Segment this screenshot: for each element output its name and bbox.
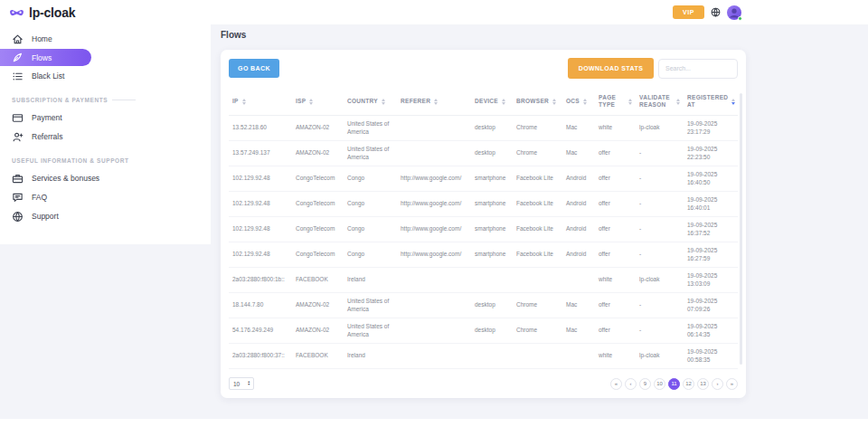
language-globe-icon[interactable] [711, 7, 721, 17]
sidebar-item-black-list[interactable]: Black List [0, 67, 211, 85]
column-header-device[interactable]: DEVICE [471, 90, 513, 116]
go-back-button[interactable]: GO BACK [229, 59, 279, 78]
column-header-referer[interactable]: REFERER [397, 90, 471, 116]
pagination-next[interactable]: › [712, 378, 723, 390]
page-size-select[interactable]: 10 ▲▼ [229, 377, 254, 390]
cell-ocs: Mac [562, 318, 595, 344]
sort-icon [434, 99, 438, 105]
cell-isp: AMAZON-02 [292, 318, 344, 344]
cell-country: United States of America [344, 293, 397, 318]
column-header-browser[interactable]: BROWSER [513, 90, 562, 116]
pagination-page-11-active[interactable]: 11 [668, 378, 680, 390]
sidebar-item-payment[interactable]: Payment [0, 109, 211, 127]
download-stats-button[interactable]: DOWNLOAD STATS [568, 58, 654, 79]
search-input[interactable] [658, 59, 738, 79]
cell-ocs: Mac [562, 141, 595, 166]
cell-device: desktop [471, 293, 513, 318]
cell-referer: http://www.google.com/ [397, 242, 471, 268]
cell-ocs: Mac [562, 116, 595, 141]
column-header-ip[interactable]: IP [229, 90, 292, 116]
cell-referer: http://www.google.com/ [397, 192, 471, 217]
table-row[interactable]: 102.129.92.48 CongoTelecom Congo http://… [229, 192, 738, 217]
cell-country: United States of America [344, 318, 397, 344]
table-row[interactable]: 13.57.249.137 AMAZON-02 United States of… [229, 141, 738, 166]
table-row[interactable]: 102.129.92.48 CongoTelecom Congo http://… [229, 166, 738, 192]
credit-card-icon [12, 112, 24, 124]
sort-icon [382, 99, 385, 105]
column-label: DEVICE [475, 98, 498, 105]
sidebar-item-support[interactable]: Support [0, 207, 211, 225]
cell-isp: CongoTelecom [292, 192, 344, 217]
cell-registered-at: 19-09-202513:03:09 [684, 268, 738, 293]
cell-browser: Chrome [513, 293, 562, 318]
pagination-first[interactable]: « [610, 378, 622, 390]
cell-referer [397, 268, 471, 293]
cell-browser: Facebook Lite [513, 242, 562, 268]
pagination-page-10[interactable]: 10 [654, 378, 665, 390]
cell-validate-reason: - [636, 293, 684, 318]
brand-logo[interactable]: lp-cloak [9, 5, 75, 20]
cell-ip: 102.129.92.48 [229, 217, 292, 242]
column-header-registered-at[interactable]: REGISTERED AT [684, 90, 738, 116]
cell-referer [397, 318, 471, 344]
sidebar-item-services-bonuses[interactable]: Services & bonuses [0, 169, 211, 187]
table-row[interactable]: 54.176.249.249 AMAZON-02 United States o… [229, 318, 738, 344]
cell-page-type: white [595, 268, 636, 293]
column-header-validate-reason[interactable]: VALIDATE REASON [636, 90, 684, 116]
cell-registered-at: 19-09-202500:58:35 [684, 344, 738, 369]
column-label: OCS [566, 98, 580, 105]
table-row[interactable]: 102.129.92.48 CongoTelecom Congo http://… [229, 217, 738, 242]
main-content: Flows GO BACK DOWNLOAD STATS IP [211, 24, 868, 427]
cell-device: smartphone [471, 217, 513, 242]
sidebar-item-referrals[interactable]: Referrals [0, 128, 211, 146]
cell-isp: AMAZON-02 [292, 293, 344, 318]
cell-country: Congo [344, 242, 397, 268]
table-row[interactable]: 102.129.92.48 CongoTelecom Congo http://… [229, 242, 738, 268]
pagination-page-13[interactable]: 13 [697, 378, 709, 390]
cell-device: desktop [471, 116, 513, 141]
column-header-isp[interactable]: ISP [292, 90, 344, 116]
column-label: BROWSER [516, 98, 549, 105]
cell-browser: Facebook Lite [513, 192, 562, 217]
avatar[interactable] [727, 5, 741, 20]
table-row[interactable]: 18.144.7.80 AMAZON-02 United States of A… [229, 293, 738, 318]
cell-isp: CongoTelecom [292, 242, 344, 268]
cell-registered-at: 19-09-202522:23:50 [684, 141, 738, 166]
briefcase-icon [12, 173, 24, 185]
table-row[interactable]: 2a03:2880:f800:1b:: FACEBOOK Ireland whi… [229, 268, 738, 293]
table-scrollbar[interactable] [740, 93, 742, 365]
pagination-last[interactable]: » [726, 378, 738, 390]
cell-ip: 102.129.92.48 [229, 166, 292, 192]
sort-icon [309, 99, 313, 105]
cell-ip: 18.144.7.80 [229, 293, 292, 318]
cell-page-type: offer [595, 318, 636, 344]
pagination-page-9[interactable]: 9 [639, 378, 651, 390]
vip-button[interactable]: VIP [673, 5, 704, 19]
pagination-prev[interactable]: ‹ [625, 378, 637, 390]
sidebar-section-useful-info-support: USEFUL INFORMATION & SUPPORT [0, 157, 211, 164]
cell-device: desktop [471, 318, 513, 344]
stepper-arrows-icon: ▲▼ [248, 381, 250, 386]
cell-isp: FACEBOOK [292, 344, 344, 369]
sidebar-item-label: FAQ [32, 193, 47, 202]
sidebar-item-faq[interactable]: FAQ [0, 188, 211, 206]
table-row[interactable]: 13.52.218.60 AMAZON-02 United States of … [229, 116, 738, 141]
column-header-country[interactable]: COUNTRY [344, 90, 397, 116]
cell-registered-at: 19-09-202507:09:26 [684, 293, 738, 318]
cell-page-type: white [595, 116, 636, 141]
cell-device [471, 268, 513, 293]
sidebar-item-flows[interactable]: Flows [0, 49, 91, 66]
cell-validate-reason: lp-cloak [636, 268, 684, 293]
pagination-page-12[interactable]: 12 [683, 378, 694, 390]
sidebar-item-home[interactable]: Home [0, 30, 211, 48]
column-header-page-type[interactable]: PAGE TYPE [595, 90, 636, 116]
sidebar: Home Flows Black List SUBSCRIPTI [0, 24, 211, 244]
cell-browser: Facebook Lite [513, 166, 562, 192]
cell-ocs [562, 268, 595, 293]
cell-ip: 102.129.92.48 [229, 242, 292, 268]
table-row[interactable]: 2a03:2880:f800:37:: FACEBOOK Ireland whi… [229, 344, 738, 369]
column-label: PAGE TYPE [599, 94, 625, 109]
cell-browser [513, 268, 562, 293]
column-label: ISP [296, 98, 306, 105]
column-header-ocs[interactable]: OCS [562, 90, 595, 116]
